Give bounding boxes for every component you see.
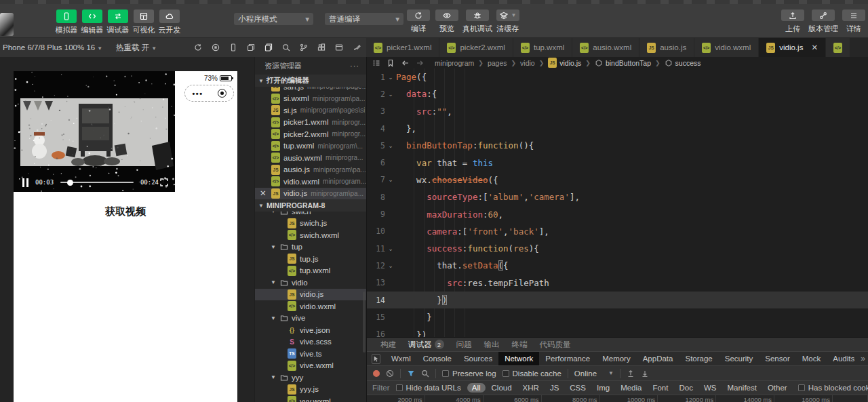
tree-item-yyy[interactable]: ▼yyy bbox=[255, 371, 366, 384]
pause-button[interactable] bbox=[22, 178, 28, 187]
code-line-11[interactable]: 11⌄ success:function(res){ bbox=[367, 240, 868, 257]
tree-item-vidio.js[interactable]: JSvidio.js bbox=[255, 289, 366, 301]
record-button[interactable] bbox=[373, 370, 380, 377]
code-line-8[interactable]: 8 sourceType:['album','camera'], bbox=[367, 188, 868, 205]
tab-picker2.wxml[interactable]: </>picker2.wxml bbox=[439, 38, 513, 57]
tab-ausio.wxml[interactable]: </>ausio.wxml bbox=[572, 38, 639, 57]
toolbar-button-调试器[interactable]: 调试器 bbox=[105, 9, 131, 35]
refresh-button[interactable] bbox=[407, 9, 430, 21]
nav-back-icon[interactable] bbox=[401, 59, 410, 67]
inspect-element-button[interactable] bbox=[372, 354, 380, 364]
type-filter-Media[interactable]: Media bbox=[616, 383, 646, 393]
code-line-7[interactable]: 7⌄ wx.chooseVideo({ bbox=[367, 172, 868, 188]
compile-mode-select[interactable]: 普通编译 ▾ bbox=[325, 13, 403, 25]
type-filter-CSS[interactable]: CSS bbox=[565, 383, 591, 393]
open-editor-picker1.wxml[interactable]: </>picker1.wxmlminiprogr... bbox=[255, 117, 366, 129]
action-eye[interactable]: 预览 bbox=[434, 9, 460, 34]
devtools-tab-Audits[interactable]: Audits bbox=[827, 352, 861, 365]
type-filter-Cloud[interactable]: Cloud bbox=[487, 383, 517, 393]
devtools-tab-Network[interactable]: Network bbox=[498, 352, 539, 365]
open-editor-ausio.wxml[interactable]: </>ausio.wxmlminiprogra... bbox=[255, 152, 366, 164]
panel-tab-输出[interactable]: 输出 bbox=[478, 340, 506, 350]
fold-chevron-icon[interactable]: ⌄ bbox=[385, 91, 396, 98]
tree-item-vidio.wxml[interactable]: </>vidio.wxml bbox=[255, 300, 366, 313]
code-line-16[interactable]: 16 }) bbox=[367, 325, 868, 337]
open-editor-vidio.wxml[interactable]: </>vidio.wxmlminiprogram... bbox=[255, 176, 366, 188]
search-icon[interactable] bbox=[282, 43, 290, 52]
action-versions[interactable]: 版本管理 bbox=[808, 9, 838, 34]
tab-picker1.wxml[interactable]: </>picker1.wxml bbox=[366, 38, 439, 57]
open-editor-san.js[interactable]: JSsan.jsminiprogram\page... bbox=[255, 87, 366, 93]
tree-item-vidio[interactable]: ▼vidio bbox=[255, 277, 366, 289]
tree-item-vive.json[interactable]: {}vive.json bbox=[255, 324, 366, 336]
panel-tab-终端[interactable]: 终端 bbox=[506, 340, 534, 350]
breadcrumb-segment[interactable]: miniprogram bbox=[435, 59, 474, 67]
devtools-tab-Storage[interactable]: Storage bbox=[679, 352, 718, 365]
tree-item-vive.wxml[interactable]: </>vive.wxml bbox=[255, 360, 366, 372]
devtools-tab-AppData[interactable]: AppData bbox=[637, 352, 679, 365]
project-header[interactable]: ▼ MINIPROGRAM-8 bbox=[255, 199, 366, 212]
code-line-5[interactable]: 5⌄ bindButtonTap:function(){ bbox=[367, 137, 868, 154]
tree-item-vive[interactable]: ▼vive bbox=[255, 313, 366, 325]
code-line-4[interactable]: 4 }, bbox=[367, 120, 868, 137]
extensions-icon[interactable] bbox=[317, 43, 326, 52]
breadcrumb-symbol[interactable]: success bbox=[665, 59, 701, 67]
type-filter-WS[interactable]: WS bbox=[699, 383, 722, 393]
tree-item-yyy.js[interactable]: JSyyy.js bbox=[255, 384, 366, 396]
sidebar-scrollbar[interactable] bbox=[363, 292, 366, 353]
open-editor-si.js[interactable]: JSsi.jsminiprogram\pages\si bbox=[255, 104, 366, 117]
type-filter-JS[interactable]: JS bbox=[545, 383, 564, 393]
overflow-chevron-icon[interactable]: » bbox=[861, 354, 865, 363]
panel-tab-问题[interactable]: 问题 bbox=[450, 340, 478, 350]
type-filter-Img[interactable]: Img bbox=[592, 383, 614, 393]
video-progress-slider[interactable] bbox=[60, 182, 134, 183]
tree-item-vive.ts[interactable]: TSvive.ts bbox=[255, 348, 366, 360]
device-select[interactable]: Phone 6/7/8 Plus 100% 16▼ bbox=[3, 43, 102, 52]
get-video-button[interactable]: 获取视频 bbox=[14, 205, 237, 218]
mode-select[interactable]: 小程序模式 ▾ bbox=[234, 13, 313, 25]
tree-item-yyy.wxml[interactable]: </>yyy.wxml bbox=[255, 395, 366, 402]
tree-item-tup.wxml[interactable]: </>tup.wxml bbox=[255, 265, 366, 277]
record-icon[interactable] bbox=[212, 43, 220, 52]
upload-button[interactable] bbox=[781, 9, 804, 21]
tree-item-tup.js[interactable]: JStup.js bbox=[255, 253, 366, 265]
code-line-13[interactable]: 13 src:res.tempFilePath bbox=[367, 275, 868, 292]
fold-chevron-icon[interactable]: ⌄ bbox=[385, 176, 396, 183]
tab-vidio.js[interactable]: JSvidio.js✕ bbox=[759, 38, 826, 57]
devtools-tab-Sources[interactable]: Sources bbox=[458, 352, 498, 365]
code-line-14[interactable]: 14 }) bbox=[367, 292, 868, 308]
open-editor-vidio.js[interactable]: ✕JSvidio.jsminiprogram\pa... bbox=[255, 188, 366, 200]
disable-cache-checkbox[interactable]: Disable cache bbox=[502, 369, 561, 378]
type-filter-Font[interactable]: Font bbox=[648, 383, 673, 393]
close-icon[interactable]: ✕ bbox=[811, 43, 818, 52]
open-editor-picker2.wxml[interactable]: </>picker2.wxmlminiprogr... bbox=[255, 128, 366, 140]
type-filter-Manifest[interactable]: Manifest bbox=[722, 383, 761, 393]
type-filter-All[interactable]: All bbox=[467, 383, 486, 393]
clear-icon[interactable] bbox=[386, 369, 394, 378]
tree-item-vive.scss[interactable]: Svive.scss bbox=[255, 336, 366, 348]
panel-tab-调试器[interactable]: 调试器2 bbox=[402, 340, 450, 350]
devtools-tab-Memory[interactable]: Memory bbox=[596, 352, 637, 365]
breadcrumb-segment[interactable]: pages bbox=[488, 59, 507, 67]
code-line-15[interactable]: 15 } bbox=[367, 308, 868, 325]
fold-chevron-icon[interactable]: ⌄ bbox=[385, 74, 396, 81]
type-filter-Other[interactable]: Other bbox=[763, 383, 792, 393]
action-layers[interactable]: ▼清缓存 bbox=[495, 9, 521, 34]
toolbar-button-模拟器[interactable]: 模拟器 bbox=[54, 9, 79, 35]
tree-item-tup[interactable]: ▼tup bbox=[255, 241, 366, 254]
refresh-icon[interactable] bbox=[194, 43, 202, 52]
open-editor-tup.wxml[interactable]: </>tup.wxmlminiprogram\... bbox=[255, 140, 366, 153]
open-editor-ausio.js[interactable]: JSausio.jsminiprogram\pa... bbox=[255, 164, 366, 176]
fold-chevron-icon[interactable]: ⌄ bbox=[385, 142, 396, 149]
eye-button[interactable] bbox=[435, 9, 458, 21]
type-filter-XHR[interactable]: XHR bbox=[518, 383, 544, 393]
bookmark-icon[interactable] bbox=[387, 59, 395, 67]
device-icon[interactable] bbox=[229, 43, 237, 52]
tab-partial[interactable]: </> bbox=[826, 38, 850, 57]
action-details[interactable]: 详情 bbox=[841, 9, 867, 34]
export-har-icon[interactable] bbox=[641, 369, 649, 378]
code-line-6[interactable]: 6 var that = this bbox=[367, 154, 868, 171]
capsule-menu[interactable]: ••• bbox=[184, 85, 234, 102]
code-line-3[interactable]: 3 src:"", bbox=[367, 103, 868, 120]
windows-icon[interactable] bbox=[247, 43, 255, 52]
